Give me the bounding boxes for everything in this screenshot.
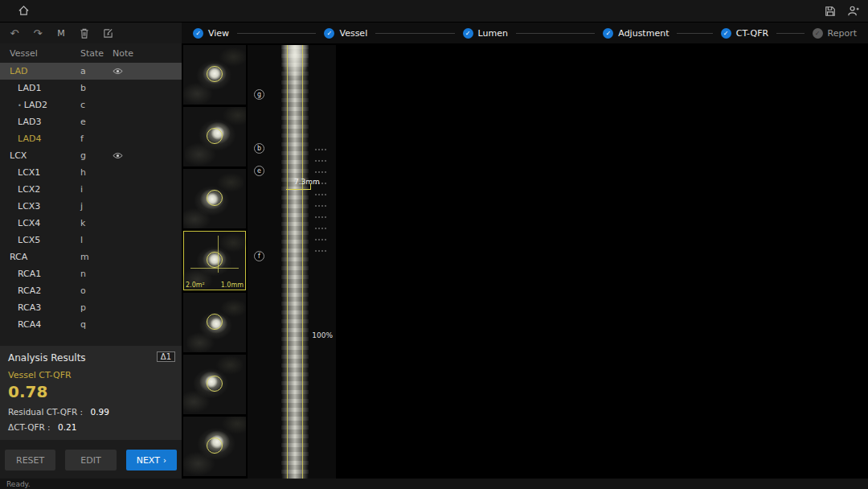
tab-connector-line xyxy=(677,33,712,34)
action-buttons: RESET EDIT NEXT› xyxy=(0,440,182,471)
delta-qfr-row: ΔCT-QFR : 0.21 xyxy=(8,422,174,432)
vessel-state: h xyxy=(80,167,113,178)
vessel-row-lcx1[interactable]: LCX1h xyxy=(0,164,182,181)
header-state: State xyxy=(80,48,113,59)
tab-connector-line xyxy=(776,33,804,34)
tab-label: CT-QFR xyxy=(736,28,768,39)
vessel-name: RCA3 xyxy=(0,302,80,313)
cpr-marker-b[interactable]: b xyxy=(254,143,264,154)
status-text: Ready. xyxy=(6,480,31,488)
cross-section-thumbnail-3[interactable] xyxy=(183,169,246,228)
vessel-row-rca2[interactable]: RCA2o xyxy=(0,282,182,299)
vessel-row-lad4[interactable]: LAD4f xyxy=(0,130,182,147)
tab-label: Report xyxy=(828,28,857,39)
lumen-contour-ring xyxy=(207,252,223,268)
analysis-title: Analysis Results xyxy=(8,352,174,364)
vessel-name: RCA2 xyxy=(0,286,80,296)
vessel-row-lcx3[interactable]: LCX3j xyxy=(0,198,182,215)
tab-report[interactable]: ✓Report xyxy=(813,28,857,39)
vessel-row-lcx[interactable]: LCXg xyxy=(0,147,182,164)
vessel-row-rca3[interactable]: RCA3p xyxy=(0,299,182,316)
vessel-state: m xyxy=(80,252,113,262)
vessel-row-rca4[interactable]: RCA4q xyxy=(0,316,182,333)
cpr-marker-g[interactable]: g xyxy=(254,89,264,100)
vessel-name: LCX xyxy=(0,150,80,161)
eye-icon[interactable] xyxy=(113,68,123,75)
lumen-contour-ring xyxy=(207,190,223,206)
tab-ct-qfr[interactable]: ✓CT-QFR xyxy=(721,28,768,39)
analysis-results-panel: Analysis Results Δ1 Vessel CT-QFR 0.78 R… xyxy=(0,346,182,440)
vessel-name: LCX3 xyxy=(0,201,80,212)
redo-icon[interactable]: ↷ xyxy=(31,27,44,39)
cross-section-thumbnail-1[interactable] xyxy=(183,45,246,105)
tab-adjustment[interactable]: ✓Adjustment xyxy=(603,28,669,39)
tab-label: Lumen xyxy=(478,28,508,39)
vessel-note xyxy=(113,152,153,159)
vessel-state: f xyxy=(80,134,113,144)
vessel-name: LAD4 xyxy=(0,134,80,144)
vessel-name: LCX1 xyxy=(0,167,80,178)
residual-qfr-value: 0.99 xyxy=(90,407,108,417)
edit-button[interactable]: EDIT xyxy=(65,450,116,471)
tab-lumen[interactable]: ✓Lumen xyxy=(463,28,508,39)
vessel-state: a xyxy=(80,66,113,76)
vessel-toolbar: ↶ ↷ M xyxy=(0,23,182,43)
workflow-tabbar: ✓View✓Vessel✓Lumen✓Adjustment✓CT-QFR✓Rep… xyxy=(182,23,868,43)
vessel-row-lad[interactable]: LADa xyxy=(0,63,182,80)
delta-badge[interactable]: Δ1 xyxy=(157,351,175,362)
save-icon[interactable] xyxy=(823,4,837,18)
undo-icon[interactable]: ↶ xyxy=(8,27,21,39)
vessel-name: LAD3 xyxy=(0,117,80,127)
cpr-marker-f[interactable]: f xyxy=(254,251,264,261)
add-user-icon[interactable] xyxy=(845,4,860,18)
home-icon[interactable] xyxy=(16,4,31,18)
vessel-row-lad3[interactable]: LAD3e xyxy=(0,113,182,130)
delete-icon[interactable] xyxy=(78,27,91,39)
vessel-row-rca1[interactable]: RCA1n xyxy=(0,265,182,282)
vessel-state: c xyxy=(80,100,113,110)
zoom-level: 100% xyxy=(312,331,333,339)
tab-check-icon: ✓ xyxy=(463,28,473,39)
measure-tool-icon[interactable]: M xyxy=(55,27,68,39)
tab-connector-line xyxy=(237,33,316,34)
next-button[interactable]: NEXT› xyxy=(126,450,177,471)
vessel-row-lad2[interactable]: •LAD2c xyxy=(0,97,182,113)
tab-label: Vessel xyxy=(339,28,367,39)
lumen-contour-ring xyxy=(207,438,223,454)
measurement-line[interactable] xyxy=(286,189,310,190)
lumen-contour-line[interactable] xyxy=(302,45,303,479)
vessel-state: g xyxy=(80,150,113,161)
vessel-row-lcx5[interactable]: LCX5l xyxy=(0,232,182,249)
cross-section-thumbnail-5[interactable] xyxy=(183,293,246,352)
header-vessel: Vessel xyxy=(0,48,80,59)
cross-section-thumbnail-2[interactable] xyxy=(183,107,246,166)
vessel-name: RCA xyxy=(0,252,80,262)
tab-view[interactable]: ✓View xyxy=(193,28,229,39)
reset-button[interactable]: RESET xyxy=(5,450,55,471)
cross-section-thumbnail-7[interactable] xyxy=(183,417,246,476)
delta-qfr-value: 0.21 xyxy=(58,422,76,432)
tab-connector-line xyxy=(516,33,595,34)
tab-check-icon: ✓ xyxy=(324,28,334,39)
edit-note-icon[interactable] xyxy=(101,27,114,39)
cpr-marker-e[interactable]: e xyxy=(254,166,264,176)
vessel-state: n xyxy=(80,269,113,279)
vessel-state: o xyxy=(80,286,113,296)
cross-section-thumbnail-4[interactable]: 2.0m²1.0mm xyxy=(183,231,246,290)
lumen-contour-line[interactable] xyxy=(287,45,288,479)
vessel-name: LCX4 xyxy=(0,218,80,228)
cross-section-thumbnail-6[interactable] xyxy=(183,355,246,414)
eye-icon[interactable] xyxy=(113,152,123,159)
lumen-contour-ring xyxy=(207,128,223,144)
vessel-row-lcx2[interactable]: LCX2i xyxy=(0,181,182,198)
vessel-qfr-value: 0.78 xyxy=(8,382,174,401)
straightened-cpr-view[interactable]: g b e f 7.3mm 100% xyxy=(248,45,336,479)
tab-vessel[interactable]: ✓Vessel xyxy=(324,28,367,39)
vessel-row-lcx4[interactable]: LCX4k xyxy=(0,215,182,232)
vessel-name: •LAD2 xyxy=(0,100,80,110)
vessel-row-rca[interactable]: RCAm xyxy=(0,249,182,265)
vessel-state: p xyxy=(80,302,113,313)
vessel-row-lad1[interactable]: LAD1b xyxy=(0,80,182,97)
vessel-state: k xyxy=(80,218,113,228)
vessel-state: i xyxy=(80,184,113,195)
